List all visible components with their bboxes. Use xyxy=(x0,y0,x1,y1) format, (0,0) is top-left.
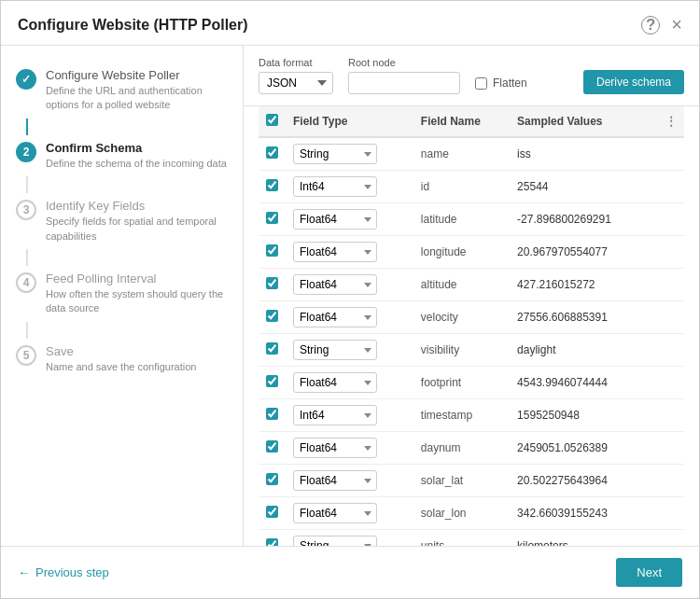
th-field-type: Field Type xyxy=(286,106,413,137)
row-checkbox-cell xyxy=(259,530,286,547)
sidebar-item-step2: 2 Confirm Schema Define the schema of th… xyxy=(1,135,243,176)
sidebar: ✓ Configure Website Poller Define the UR… xyxy=(1,46,244,546)
step1-content: Configure Website Poller Define the URL … xyxy=(46,68,228,113)
row-field-name: units xyxy=(413,530,510,547)
row-type-select[interactable]: String Int64 Float64 Boolean Date xyxy=(293,307,377,327)
row-type-cell: String Int64 Float64 Boolean Date xyxy=(286,236,413,269)
row-field-name: longitude xyxy=(413,236,510,269)
previous-step-label: Previous step xyxy=(35,565,109,579)
modal-header: Configure Website (HTTP Poller) ? × xyxy=(1,1,699,46)
th-field-name: Field Name xyxy=(413,106,510,137)
step4-number: 4 xyxy=(16,272,36,293)
row-checkbox-cell xyxy=(259,171,286,203)
root-node-input[interactable] xyxy=(348,72,460,94)
row-type-cell: String Int64 Float64 Boolean Date xyxy=(286,203,413,236)
row-checkbox[interactable] xyxy=(266,277,278,289)
step2-number: 2 xyxy=(16,142,36,162)
row-checkbox-cell xyxy=(259,203,286,236)
th-more[interactable]: ⋮ xyxy=(651,106,684,137)
row-type-select[interactable]: String Int64 Float64 Boolean Date xyxy=(293,470,377,491)
row-type-cell: String Int64 Float64 Boolean Date xyxy=(286,301,413,334)
row-more-cell xyxy=(651,465,684,497)
row-checkbox[interactable] xyxy=(266,506,278,518)
row-type-select[interactable]: String Int64 Float64 Boolean Date xyxy=(293,176,377,197)
row-checkbox-cell xyxy=(259,334,286,367)
row-checkbox[interactable] xyxy=(266,538,278,546)
row-sampled-value: 427.216015272 xyxy=(510,269,651,301)
next-button[interactable]: Next xyxy=(616,558,682,587)
row-type-select[interactable]: String Int64 Float64 Boolean Date xyxy=(293,536,377,546)
previous-step-button[interactable]: ← Previous step xyxy=(18,565,109,579)
table-row: String Int64 Float64 Boolean Date altitu… xyxy=(259,269,684,301)
row-checkbox[interactable] xyxy=(266,342,278,355)
row-checkbox[interactable] xyxy=(266,212,278,224)
row-type-select[interactable]: String Int64 Float64 Boolean Date xyxy=(293,144,377,164)
step1-desc: Define the URL and authentication option… xyxy=(46,84,228,113)
toolbar: Data format JSON CSV XML Root node Flatt… xyxy=(244,46,699,106)
table-row: String Int64 Float64 Boolean Date solar_… xyxy=(259,497,684,530)
row-checkbox[interactable] xyxy=(266,146,278,159)
table-row: String Int64 Float64 Boolean Date latitu… xyxy=(259,203,684,236)
row-checkbox[interactable] xyxy=(266,310,278,322)
flatten-group: Flatten xyxy=(475,62,527,90)
row-type-select[interactable]: String Int64 Float64 Boolean Date xyxy=(293,438,377,458)
data-format-select[interactable]: JSON CSV XML xyxy=(259,72,333,94)
step5-desc: Name and save the configuration xyxy=(46,360,228,374)
select-all-checkbox[interactable] xyxy=(266,114,278,126)
row-more-cell xyxy=(651,399,684,432)
row-type-select[interactable]: String Int64 Float64 Boolean Date xyxy=(293,274,377,295)
row-checkbox[interactable] xyxy=(266,408,278,420)
row-checkbox-cell xyxy=(259,367,286,399)
row-field-name: latitude xyxy=(413,203,510,236)
row-more-cell xyxy=(651,530,684,547)
step3-desc: Specify fields for spatial and temporal … xyxy=(46,215,228,244)
data-format-label: Data format xyxy=(259,57,333,68)
row-type-cell: String Int64 Float64 Boolean Date xyxy=(286,334,413,367)
th-checkbox xyxy=(259,106,286,137)
row-type-cell: String Int64 Float64 Boolean Date xyxy=(286,171,413,203)
row-checkbox[interactable] xyxy=(266,244,278,257)
step1-number: ✓ xyxy=(16,69,36,90)
row-type-select[interactable]: String Int64 Float64 Boolean Date xyxy=(293,242,377,262)
table-row: String Int64 Float64 Boolean Date units … xyxy=(259,530,684,547)
row-more-cell xyxy=(651,236,684,269)
row-sampled-value: daylight xyxy=(510,334,651,367)
row-field-name: velocity xyxy=(413,301,510,334)
row-type-select[interactable]: String Int64 Float64 Boolean Date xyxy=(293,340,377,360)
row-type-select[interactable]: String Int64 Float64 Boolean Date xyxy=(293,405,377,425)
row-checkbox-cell xyxy=(259,497,286,530)
step4-desc: How often the system should query the da… xyxy=(46,287,228,316)
step2-content: Confirm Schema Define the schema of the … xyxy=(46,141,228,171)
row-more-cell xyxy=(651,203,684,236)
row-more-cell xyxy=(651,497,684,530)
sidebar-item-step1: ✓ Configure Website Poller Define the UR… xyxy=(1,63,243,118)
row-type-select[interactable]: String Int64 Float64 Boolean Date xyxy=(293,503,377,523)
modal-footer: ← Previous step Next xyxy=(1,546,699,598)
table-row: String Int64 Float64 Boolean Date visibi… xyxy=(259,334,684,367)
row-more-cell xyxy=(651,269,684,301)
table-row: String Int64 Float64 Boolean Date timest… xyxy=(259,399,684,432)
row-checkbox[interactable] xyxy=(266,179,278,191)
step4-label: Feed Polling Interval xyxy=(46,272,228,286)
row-type-select[interactable]: String Int64 Float64 Boolean Date xyxy=(293,209,377,230)
help-icon[interactable]: ? xyxy=(641,16,660,35)
row-checkbox-cell xyxy=(259,236,286,269)
row-field-name: footprint xyxy=(413,367,510,399)
row-checkbox[interactable] xyxy=(266,473,278,485)
main-content: Data format JSON CSV XML Root node Flatt… xyxy=(244,46,699,546)
flatten-label: Flatten xyxy=(493,77,527,90)
connector-4 xyxy=(26,322,28,339)
row-more-cell xyxy=(651,334,684,367)
row-field-name: id xyxy=(413,171,510,203)
row-type-select[interactable]: String Int64 Float64 Boolean Date xyxy=(293,372,377,393)
connector-2 xyxy=(26,176,28,193)
row-checkbox[interactable] xyxy=(266,440,278,453)
flatten-checkbox[interactable] xyxy=(475,77,487,90)
row-type-cell: String Int64 Float64 Boolean Date xyxy=(286,465,413,497)
checkmark-icon: ✓ xyxy=(21,73,31,86)
derive-schema-button[interactable]: Derive schema xyxy=(583,70,684,94)
row-checkbox[interactable] xyxy=(266,375,278,387)
row-field-name: visibility xyxy=(413,334,510,367)
row-sampled-value: 342.66039155243 xyxy=(510,497,651,530)
close-icon[interactable]: × xyxy=(671,14,682,35)
